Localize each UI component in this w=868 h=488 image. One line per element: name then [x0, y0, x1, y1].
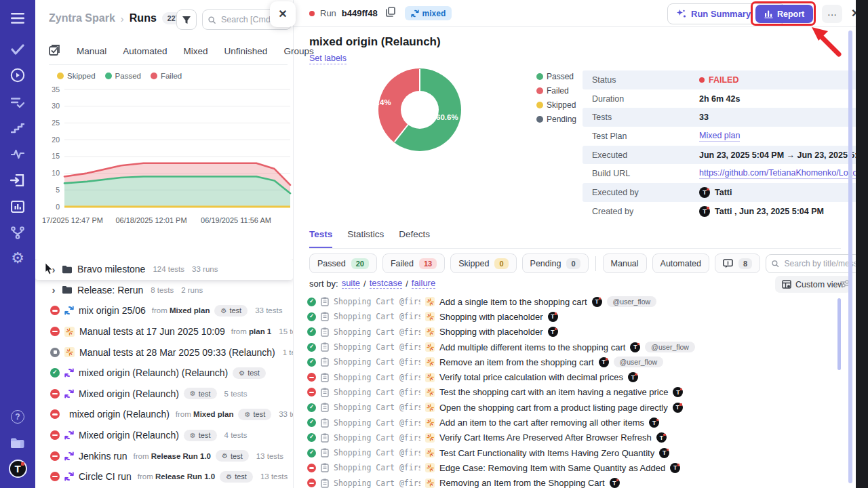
- sidebar-user-avatar[interactable]: T: [0, 458, 35, 479]
- legend-item: Failed: [151, 72, 182, 80]
- sort-by-failure[interactable]: failure: [412, 278, 435, 289]
- tab-groups[interactable]: Groups: [283, 46, 313, 56]
- breadcrumb-project[interactable]: Zyntra Spark: [49, 12, 115, 24]
- relaunch-icon: [64, 430, 74, 440]
- tab-manual[interactable]: Manual: [77, 46, 106, 56]
- filter-pending-button[interactable]: Pending0: [522, 253, 589, 273]
- filter-failed-button[interactable]: Failed13: [382, 253, 445, 273]
- run-row[interactable]: mix origin 25/06from Mixed plantest33 te…: [35, 300, 293, 321]
- steps-icon[interactable]: [0, 118, 35, 138]
- run-from-plan[interactable]: from Mixed plan: [176, 410, 234, 418]
- filter-passed-button[interactable]: Passed20: [309, 253, 377, 273]
- run-row[interactable]: Manual tests at 28 Mar 2025 09:33 (Relau…: [35, 342, 293, 363]
- link[interactable]: Mixed plan: [699, 131, 740, 142]
- sort-by-suite[interactable]: suite: [342, 278, 360, 289]
- detail-row: Created byTTatti , Jun 23, 2025 5:04 PM: [583, 202, 868, 221]
- test-row[interactable]: Shopping Cart @firs...Add an item to the…: [300, 415, 843, 430]
- tab-automated[interactable]: Automated: [123, 46, 167, 56]
- menu-icon[interactable]: [0, 8, 35, 28]
- svg-text:25: 25: [52, 119, 60, 127]
- run-from-plan[interactable]: from plan 1: [231, 327, 271, 336]
- tab-mixed[interactable]: Mixed: [184, 46, 208, 56]
- test-row[interactable]: Shopping Cart @firs...Verify total price…: [300, 369, 843, 384]
- tab-unfinished[interactable]: Unfinished: [224, 46, 268, 56]
- test-title: Shopping with placeholder: [439, 327, 543, 337]
- clipboard-icon: [321, 373, 329, 382]
- run-summary-button[interactable]: Run Summary: [668, 4, 759, 24]
- analytics-icon[interactable]: [0, 197, 35, 217]
- play-circle-icon[interactable]: [0, 65, 35, 85]
- copy-icon[interactable]: [386, 7, 395, 20]
- run-meta: 33 tests: [279, 410, 293, 418]
- run-from-plan[interactable]: from Release Run 1.0: [138, 472, 215, 481]
- filter-manual-button[interactable]: Manual: [603, 253, 647, 273]
- filter-count: 13: [419, 258, 437, 269]
- tasks-check-icon[interactable]: [0, 39, 35, 60]
- set-labels-link[interactable]: Set labels: [309, 54, 347, 64]
- run-row[interactable]: Mixed origin (Relaunch)test5 tests: [35, 384, 293, 405]
- run-group-row[interactable]: Release: Rerun8 tests2 runs: [35, 280, 293, 301]
- run-row[interactable]: Circle CI runfrom Release Run 1.0test13 …: [35, 466, 293, 487]
- runs-list-icon[interactable]: [0, 92, 35, 113]
- tab-defects[interactable]: Defects: [399, 229, 430, 248]
- projects-folder-icon[interactable]: [0, 432, 35, 453]
- test-title: Open the shopping cart from a product li…: [439, 403, 668, 413]
- filter-skipped-button[interactable]: Skipped0: [450, 253, 516, 273]
- run-row[interactable]: Mixed origin (Relaunch)test4 tests: [35, 425, 293, 446]
- select-runs-icon[interactable]: [49, 45, 60, 58]
- test-row[interactable]: Shopping Cart @firs...Shopping with plac…: [300, 325, 843, 340]
- report-button[interactable]: Report: [755, 5, 813, 23]
- run-from-plan[interactable]: from Release Run 1.0: [134, 452, 211, 460]
- branch-icon[interactable]: [0, 222, 35, 243]
- test-suite-name: Shopping Cart @firs...: [334, 327, 420, 337]
- test-row[interactable]: Shopping Cart @firs...Shopping with plac…: [300, 309, 843, 324]
- tests-scrollbar-thumb[interactable]: [837, 298, 841, 370]
- help-icon[interactable]: [0, 407, 35, 427]
- run-group-row[interactable]: Bravo milestone124 tests33 runs: [35, 259, 293, 280]
- run-type-badge[interactable]: mixed: [405, 6, 452, 20]
- run-row[interactable]: Manual tests at 17 Jun 2025 10:09from pl…: [35, 321, 293, 342]
- run-row[interactable]: mixed origin (Relaunch) (Relaunch)test: [35, 363, 293, 384]
- run-meta: 4 tests: [224, 431, 248, 439]
- test-suite-name: Shopping Cart @firs...: [334, 312, 420, 321]
- test-row[interactable]: Shopping Cart @firs...Removing an Item f…: [300, 476, 843, 488]
- panel-close-button[interactable]: [270, 1, 296, 27]
- test-row[interactable]: Shopping Cart @firs...Test Cart Function…: [300, 445, 843, 460]
- run-row[interactable]: mixed origin (Relaunch)from Mixed plante…: [35, 404, 293, 425]
- sparkle-icon: [676, 9, 686, 19]
- custom-view-button[interactable]: Custom view: [775, 276, 851, 293]
- status-passed-icon: [307, 418, 316, 427]
- link[interactable]: https://github.com/TetianaKhomenko/Load-…: [699, 168, 868, 179]
- manual-spark-icon: [64, 327, 75, 337]
- chevron-right-icon[interactable]: [50, 284, 57, 296]
- comments-filter-button[interactable]: 8: [715, 253, 760, 273]
- settings-gear-icon[interactable]: ⚙: [0, 248, 35, 268]
- filter-label: Manual: [611, 259, 639, 268]
- tab-tests[interactable]: Tests: [309, 229, 332, 248]
- more-actions-button[interactable]: [822, 5, 842, 23]
- test-row[interactable]: Shopping Cart @firs...Remove an item fro…: [300, 354, 843, 369]
- panel-scrollbar[interactable]: [848, 30, 852, 483]
- runs-panel: Zyntra Spark › Runs 227 ManualAutomatedM…: [35, 0, 293, 488]
- legend-item: Pending: [536, 115, 576, 124]
- detail-user: TTatti: [699, 187, 732, 198]
- run-row[interactable]: Jenkins runfrom Release Run 1.0test13 te…: [35, 445, 293, 466]
- test-row[interactable]: Shopping Cart @firs...Add a single item …: [300, 294, 843, 309]
- run-from-plan[interactable]: from Mixed plan: [152, 306, 210, 314]
- test-row[interactable]: Shopping Cart @firs...Test the shopping …: [300, 385, 843, 400]
- status-failed-icon: [50, 451, 60, 461]
- tab-statistics[interactable]: Statistics: [347, 229, 384, 248]
- sync-icon: [411, 9, 419, 18]
- svg-text:06/19/2025 11:56 AM: 06/19/2025 11:56 AM: [201, 216, 271, 224]
- pulse-icon[interactable]: [0, 144, 35, 164]
- run-meta: 15 tests: [279, 327, 293, 336]
- test-row[interactable]: Shopping Cart @firs...Edge Case: Removin…: [300, 460, 843, 475]
- filter-button[interactable]: [176, 9, 197, 30]
- test-row[interactable]: Shopping Cart @firs...Add multiple diffe…: [300, 340, 843, 354]
- sort-by-testcase[interactable]: testcase: [370, 278, 402, 289]
- test-row[interactable]: Shopping Cart @firs...Verify Cart Items …: [300, 430, 843, 445]
- user-avatar: T: [610, 478, 620, 488]
- import-icon[interactable]: [0, 170, 35, 190]
- test-row[interactable]: Shopping Cart @firs...Open the shopping …: [300, 400, 843, 415]
- filter-automated-button[interactable]: Automated: [652, 253, 709, 273]
